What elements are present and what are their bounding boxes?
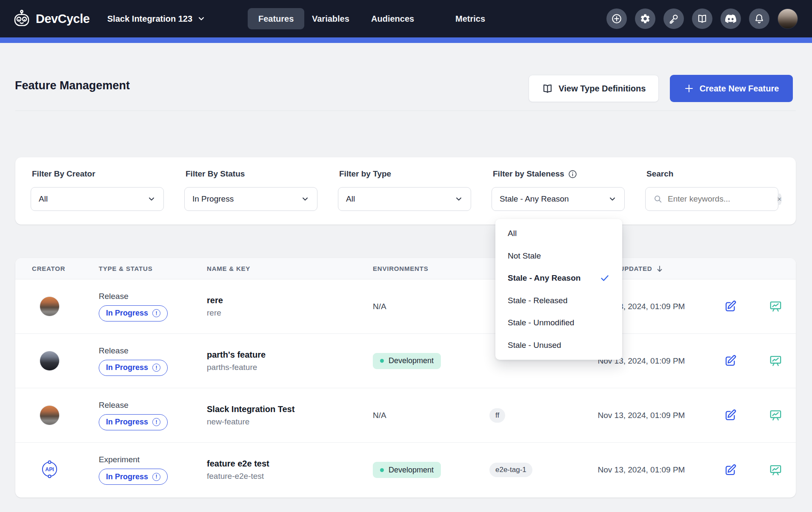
filter-type-select[interactable]: All — [338, 187, 471, 211]
top-navbar: DevCycle Slack Integration 123 Features … — [0, 0, 812, 37]
staleness-option-stale-unmodified[interactable]: Stale - Unmodified — [495, 312, 622, 334]
tab-audiences[interactable]: Audiences — [371, 0, 414, 37]
column-header-type-status[interactable]: Type & Status — [99, 265, 207, 272]
devcycle-robot-icon — [12, 9, 31, 28]
tab-features-label: Features — [258, 14, 294, 24]
search-label: Search — [646, 169, 673, 179]
view-type-definitions-button[interactable]: View Type Definitions — [529, 75, 659, 102]
filter-staleness-label: Filter by Staleness — [493, 169, 577, 179]
edit-feature-icon[interactable] — [723, 354, 738, 368]
feature-metrics-icon[interactable] — [769, 299, 783, 313]
add-circle-icon[interactable] — [606, 9, 627, 29]
status-badge[interactable]: In Progress ! — [99, 414, 168, 430]
feature-name: parth's feature — [207, 350, 373, 360]
edit-feature-icon[interactable] — [723, 408, 738, 422]
user-avatar[interactable] — [778, 9, 798, 29]
edit-feature-icon[interactable] — [723, 299, 738, 313]
alert-icon: ! — [152, 309, 160, 317]
column-header-environments[interactable]: Environments — [373, 265, 489, 272]
search-input[interactable] — [668, 194, 772, 204]
staleness-option-stale-unused[interactable]: Stale - Unused — [495, 334, 622, 357]
filter-staleness-label-text: Filter by Staleness — [493, 169, 564, 179]
tab-features[interactable]: Features — [248, 8, 304, 29]
notifications-bell-icon[interactable] — [749, 9, 769, 29]
docs-book-icon[interactable] — [692, 9, 712, 29]
status-badge[interactable]: In Progress ! — [99, 360, 168, 376]
project-selector[interactable]: Slack Integration 123 — [107, 0, 205, 37]
feature-type: Experiment — [99, 455, 140, 464]
staleness-option-not-stale[interactable]: Not Stale — [495, 245, 622, 267]
column-header-creator[interactable]: Creator — [32, 265, 99, 272]
search-icon — [653, 194, 663, 204]
clear-search-icon[interactable]: ✕ — [777, 193, 782, 205]
table-row[interactable]: API Experiment In Progress ! feature e2e… — [15, 443, 796, 497]
status-badge[interactable]: In Progress ! — [99, 469, 168, 485]
feature-name: feature e2e test — [207, 459, 373, 469]
filter-staleness-select[interactable]: Stale - Any Reason — [492, 187, 625, 211]
chevron-down-icon — [301, 195, 309, 203]
column-header-name-key[interactable]: Name & Key — [207, 265, 373, 272]
feature-metrics-icon[interactable] — [769, 408, 783, 422]
check-icon — [600, 273, 610, 283]
chevron-down-icon — [197, 15, 205, 23]
creator-avatar — [40, 351, 60, 371]
table-row[interactable]: Release In Progress ! parth's feature pa… — [15, 334, 796, 388]
search-field[interactable]: ✕ — [645, 187, 778, 211]
environments-value: N/A — [373, 411, 386, 420]
book-icon — [542, 83, 553, 94]
tab-variables[interactable]: Variables — [312, 0, 349, 37]
create-new-feature-button[interactable]: Create New Feature — [670, 75, 793, 102]
feature-key: new-feature — [207, 417, 373, 427]
view-type-definitions-label: View Type Definitions — [559, 84, 646, 94]
chevron-down-icon — [455, 195, 463, 203]
filter-status-value: In Progress — [192, 194, 301, 204]
status-badge-label: In Progress — [106, 418, 148, 427]
discord-icon[interactable] — [721, 9, 741, 29]
alert-icon: ! — [152, 418, 160, 426]
devcycle-logo[interactable]: DevCycle — [12, 0, 90, 37]
feature-metrics-icon[interactable] — [769, 354, 783, 368]
header-divider — [15, 111, 796, 111]
feature-metrics-icon[interactable] — [769, 463, 783, 477]
status-badge-label: In Progress — [106, 309, 148, 318]
settings-gear-icon[interactable] — [635, 9, 655, 29]
filter-type-label: Filter by Type — [339, 169, 391, 179]
environment-label: Development — [389, 356, 434, 365]
edit-feature-icon[interactable] — [723, 463, 738, 477]
filter-creator-value: All — [39, 194, 147, 204]
info-icon[interactable] — [568, 170, 577, 179]
creator-avatar — [40, 296, 60, 316]
filter-creator-select[interactable]: All — [31, 187, 164, 211]
tab-metrics-label: Metrics — [455, 14, 485, 24]
feature-key: rere — [207, 308, 373, 318]
alert-icon: ! — [152, 364, 160, 372]
plus-icon — [684, 83, 694, 94]
table-header-row: Creator Type & Status Name & Key Environ… — [15, 258, 796, 279]
tab-metrics[interactable]: Metrics — [455, 0, 485, 37]
brand-name: DevCycle — [36, 12, 90, 26]
accent-bar — [0, 37, 812, 43]
status-badge-label: In Progress — [106, 472, 148, 481]
environment-badge: Development — [373, 353, 441, 369]
create-new-feature-label: Create New Feature — [700, 84, 779, 94]
feature-key: parths-feature — [207, 363, 373, 372]
feature-name: rere — [207, 296, 373, 305]
environments-value: N/A — [373, 302, 386, 311]
table-row[interactable]: Release In Progress ! Slack Integration … — [15, 388, 796, 443]
staleness-option-stale-released[interactable]: Stale - Released — [495, 290, 622, 312]
staleness-option-label: Stale - Any Reason — [508, 273, 580, 283]
filter-status-label: Filter By Status — [186, 169, 245, 179]
feature-type: Release — [99, 401, 129, 410]
staleness-option-stale-any-reason[interactable]: Stale - Any Reason — [495, 267, 622, 290]
table-row[interactable]: Release In Progress ! rere rere N/A Nov … — [15, 279, 796, 334]
tab-audiences-label: Audiences — [371, 14, 414, 24]
tags-cell: e2e-tag-1 — [489, 463, 579, 477]
alert-icon: ! — [152, 473, 160, 481]
staleness-option-all[interactable]: All — [495, 222, 622, 245]
api-key-icon[interactable] — [663, 9, 684, 29]
tag-badge: ff — [489, 408, 505, 423]
tag-badge: e2e-tag-1 — [489, 463, 532, 477]
status-badge[interactable]: In Progress ! — [99, 305, 168, 321]
chevron-down-icon — [608, 195, 617, 203]
filter-status-select[interactable]: In Progress — [184, 187, 317, 211]
